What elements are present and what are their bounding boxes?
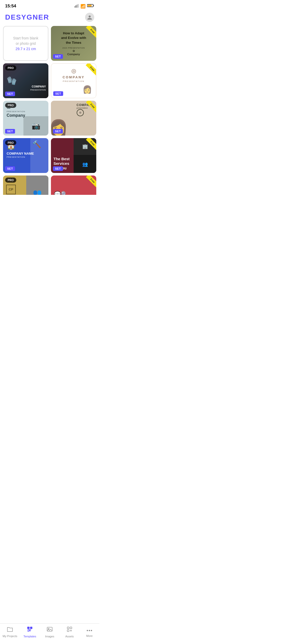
set-badge-6: SET [5,166,15,171]
status-bar: 15:54 📶 [0,0,99,11]
svg-rect-5 [93,5,94,6]
set-badge-2: SET [5,92,15,96]
card3-rings: ◎ [71,68,76,74]
card8-right: 👥 [26,175,48,195]
template-card-3[interactable]: ◎ COMPANY PRESENTATION 👩 SET [51,63,96,98]
template-grid-scroll[interactable]: Start from blankor photo grid 29.7 x 21 … [0,26,99,195]
card1-subtitle: 2023 PRESENTATION [62,47,85,49]
template-card-9[interactable]: 💬🔍 How to Create aWinning Business Plan … [51,175,96,195]
pro-badge-2: PRO [5,65,16,70]
profile-button[interactable] [85,13,94,22]
pro-badge-6: PRO [5,140,16,145]
svg-rect-6 [88,5,92,7]
svg-rect-1 [76,5,76,8]
svg-rect-2 [77,5,77,8]
template-card-4[interactable]: PRO ☰ PRESENTATION Company 📷 SET [3,101,48,136]
status-icons: 📶 [74,4,94,9]
card6-right-overlay: 🔨 [30,138,48,173]
card3-pres: PRESENTATION [63,80,84,82]
card6-construction: 🔨 [30,138,48,151]
signal-icon [74,4,79,8]
app-logo: DESYGNER [5,13,49,21]
set-badge-1: SET [53,54,63,59]
blank-text-line1: Start from blankor photo grid [13,36,38,46]
card3-person: 👩 [83,85,92,94]
set-badge-5: SET [53,129,63,134]
blank-text-size: 29.7 x 21 cm [16,47,36,51]
set-badge-3: SET [53,91,63,96]
template-card-2[interactable]: PRO 🧤 COMPANYPRESENTATION SET [3,63,48,98]
free-badge-7 [81,138,96,153]
template-card-5[interactable]: COMPANY presentation ⊙ 👩 SET [51,101,96,136]
pro-badge-8: PRO [5,178,16,183]
status-time: 15:54 [5,4,16,9]
card7-photo2: 👥 [74,156,96,173]
svg-point-7 [89,16,91,18]
template-card-7[interactable]: The BestServicesfor You 🏢 👥 SET [51,138,96,173]
card8-logo-text: CP [9,187,13,191]
card4-photographer: 📷 [23,116,48,135]
template-card-1[interactable]: How to Adaptand Evolve withthe Times 202… [51,26,96,61]
wifi-icon: 📶 [80,4,86,9]
battery-icon [87,4,94,8]
card8-logo-box: CP [6,185,16,194]
card4-pres: PRESENTATION [7,110,45,113]
set-badge-4: SET [5,129,15,134]
card1-lotus: ✿ [73,49,75,53]
header: DESYGNER [0,11,99,26]
free-badge-5 [81,101,96,116]
card1-company: Company [67,53,80,56]
avatar-icon [87,14,92,20]
free-badge-9 [81,175,96,191]
svg-rect-0 [74,6,75,8]
card9-icons: 💬🔍 [54,191,93,195]
pro-badge-4: PRO [5,103,16,108]
set-badge-7: SET [53,166,63,171]
template-card-6[interactable]: PRO 🏠 COMPANY NAME PRESENTATION 🔨 SET [3,138,48,173]
blank-card[interactable]: Start from blankor photo grid 29.7 x 21 … [3,26,48,61]
svg-rect-3 [78,4,79,8]
free-badge-3 [81,64,96,79]
template-grid: Start from blankor photo grid 29.7 x 21 … [0,26,99,195]
template-card-8[interactable]: PRO CP COMPANY PRESENTATION 👥 SET [3,175,48,195]
free-badge-1 [81,26,96,41]
